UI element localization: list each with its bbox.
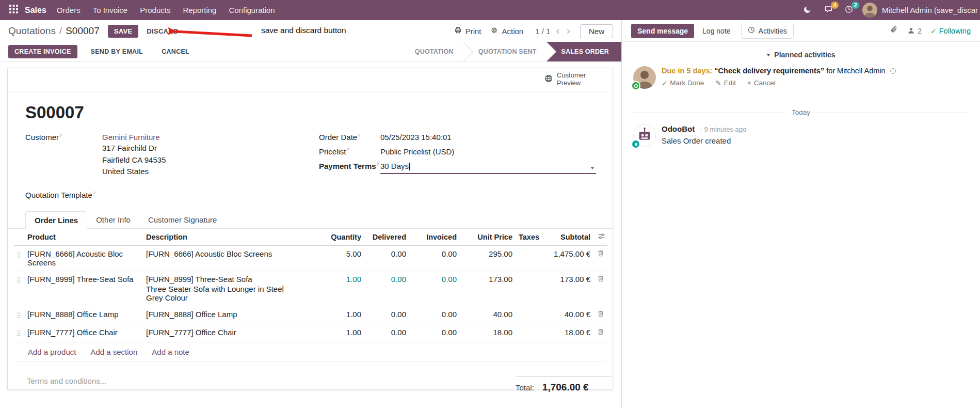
cell-taxes[interactable]: [516, 245, 549, 271]
messages-systray-button[interactable]: 4: [821, 3, 836, 18]
print-button[interactable]: Print: [449, 24, 486, 38]
info-icon[interactable]: [890, 67, 896, 75]
cell-taxes[interactable]: [516, 271, 549, 306]
mark-done-button[interactable]: ✓ Mark Done: [662, 79, 704, 87]
pager-next-icon[interactable]: ›: [563, 25, 574, 37]
app-name[interactable]: Sales: [25, 6, 46, 15]
pricelist-value[interactable]: Public Pricelist (USD): [380, 147, 454, 156]
table-row: [FURN_8999] Three-Seat Sofa [FURN_8999] …: [14, 271, 607, 306]
cell-quantity[interactable]: 5.00: [290, 245, 364, 271]
delete-row-button[interactable]: [593, 245, 607, 271]
send-by-email-button[interactable]: SEND BY EMAIL: [86, 45, 149, 58]
customer-preview-button[interactable]: Customer Preview: [544, 72, 592, 87]
cell-description[interactable]: [FURN_7777] Office Chair: [143, 324, 290, 342]
attachments-button[interactable]: [890, 26, 898, 36]
activity-state-icon: [631, 81, 640, 90]
followers-button[interactable]: 2: [907, 27, 922, 35]
terms-and-conditions-placeholder[interactable]: Terms and conditions...: [27, 376, 106, 393]
menu-configuration[interactable]: Configuration: [222, 0, 281, 20]
delete-row-button[interactable]: [593, 324, 607, 342]
menu-orders[interactable]: Orders: [51, 0, 87, 20]
send-message-button[interactable]: Send message: [631, 24, 694, 38]
activities-systray-button[interactable]: 2: [842, 3, 856, 18]
cell-product[interactable]: [FURN_6666] Acoustic Bloc Screens: [24, 245, 143, 271]
control-panel: Quotations / S00007 SAVE DISCARD save an…: [0, 20, 621, 42]
delete-row-button[interactable]: [593, 306, 607, 324]
tab-other-info[interactable]: Other Info: [87, 211, 139, 229]
following-button[interactable]: ✓ Following: [930, 27, 971, 35]
col-description[interactable]: Description: [143, 229, 290, 246]
drag-handle-icon[interactable]: [14, 306, 24, 324]
dark-mode-toggle[interactable]: [800, 3, 815, 18]
cell-delivered[interactable]: 0.00: [364, 271, 409, 306]
order-total: Total: 1,706.00 €: [516, 376, 612, 393]
cell-delivered[interactable]: 0.00: [364, 245, 409, 271]
breadcrumb-parent[interactable]: Quotations: [8, 25, 56, 37]
stage-quotation-sent[interactable]: QUOTATION SENT: [463, 42, 546, 61]
cell-product[interactable]: [FURN_8888] Office Lamp: [24, 306, 143, 324]
pager-previous-icon[interactable]: ‹: [552, 25, 563, 37]
payment-terms-input[interactable]: 30 Days: [380, 162, 596, 174]
add-note-link[interactable]: Add a note: [152, 348, 189, 356]
add-product-link[interactable]: Add a product: [28, 348, 76, 356]
cell-invoiced[interactable]: 0.00: [409, 245, 460, 271]
save-button[interactable]: SAVE: [108, 25, 139, 38]
col-quantity[interactable]: Quantity: [290, 229, 364, 246]
drag-handle-icon[interactable]: [14, 245, 24, 271]
log-note-button[interactable]: Log note: [697, 24, 736, 38]
cancel-button[interactable]: CANCEL: [156, 45, 195, 58]
cell-invoiced[interactable]: 0.00: [409, 271, 460, 306]
edit-activity-button[interactable]: ✎ Edit: [715, 79, 736, 87]
new-button[interactable]: New: [580, 24, 613, 38]
col-delivered[interactable]: Delivered: [364, 229, 409, 246]
col-taxes[interactable]: Taxes: [516, 229, 549, 246]
apps-menu-button[interactable]: [5, 0, 22, 20]
cell-unit-price[interactable]: 173.00: [460, 271, 516, 306]
cell-quantity[interactable]: 1.00: [290, 324, 364, 342]
drag-handle-icon[interactable]: [14, 271, 24, 306]
activities-tab[interactable]: Activities: [741, 23, 794, 39]
cell-unit-price[interactable]: 18.00: [460, 324, 516, 342]
menu-products[interactable]: Products: [134, 0, 176, 20]
clock-icon: [748, 26, 755, 35]
add-section-link[interactable]: Add a section: [90, 348, 137, 356]
cell-delivered[interactable]: 0.00: [364, 324, 409, 342]
col-unit-price[interactable]: Unit Price: [460, 229, 516, 246]
order-date-value[interactable]: 05/25/2023 15:40:01: [380, 133, 452, 142]
col-subtotal[interactable]: Subtotal: [549, 229, 593, 246]
stage-sales-order[interactable]: SALES ORDER: [546, 42, 622, 61]
planned-activities-header[interactable]: Planned activities: [622, 51, 980, 59]
cell-delivered[interactable]: 0.00: [364, 306, 409, 324]
dropdown-caret-icon[interactable]: [590, 167, 595, 169]
cell-taxes[interactable]: [516, 306, 549, 324]
cell-description[interactable]: [FURN_8999] Three-Seat SofaThree Seater …: [143, 271, 290, 306]
cancel-activity-button[interactable]: × Cancel: [747, 79, 776, 87]
stage-quotation[interactable]: QUOTATION: [405, 42, 463, 61]
cell-quantity[interactable]: 1.00: [290, 271, 364, 306]
action-button[interactable]: Action: [486, 24, 528, 38]
col-invoiced[interactable]: Invoiced: [409, 229, 460, 246]
cell-description[interactable]: [FURN_8888] Office Lamp: [143, 306, 290, 324]
cell-unit-price[interactable]: 40.00: [460, 306, 516, 324]
customer-link[interactable]: Gemini Furniture: [102, 133, 166, 142]
cell-unit-price[interactable]: 295.00: [460, 245, 516, 271]
cell-invoiced[interactable]: 0.00: [409, 306, 460, 324]
drag-handle-icon[interactable]: [14, 324, 24, 342]
tab-order-lines[interactable]: Order Lines: [25, 211, 87, 229]
delete-row-button[interactable]: [593, 271, 607, 306]
col-product[interactable]: Product: [24, 229, 143, 246]
cell-quantity[interactable]: 1.00: [290, 306, 364, 324]
quotation-template-label: Quotation Template?: [25, 191, 95, 199]
menu-to-invoice[interactable]: To Invoice: [87, 0, 134, 20]
cell-product[interactable]: [FURN_8999] Three-Seat Sofa: [24, 271, 143, 306]
menu-reporting[interactable]: Reporting: [176, 0, 222, 20]
cell-product[interactable]: [FURN_7777] Office Chair: [24, 324, 143, 342]
cell-invoiced[interactable]: 0.00: [409, 324, 460, 342]
create-invoice-button[interactable]: CREATE INVOICE: [8, 45, 77, 58]
cell-taxes[interactable]: [516, 324, 549, 342]
cell-description[interactable]: [FURN_6666] Acoustic Bloc Screens: [143, 245, 290, 271]
optional-columns-button[interactable]: [593, 229, 607, 246]
pencil-icon: ✎: [715, 79, 721, 87]
tab-customer-signature[interactable]: Customer Signature: [139, 211, 226, 229]
user-menu[interactable]: Mitchell Admin (save_discar: [862, 3, 978, 18]
